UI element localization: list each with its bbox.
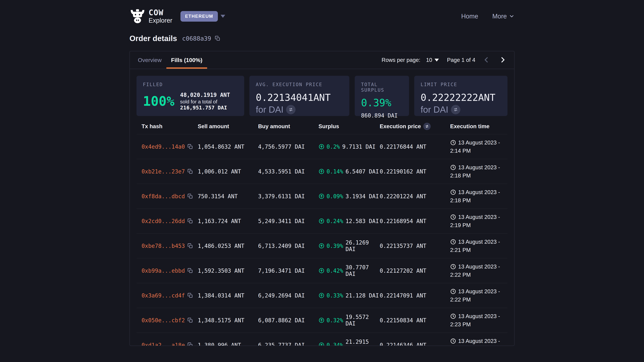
tab-fills[interactable]: Fills (100%) [166, 51, 207, 69]
copy-icon[interactable] [188, 293, 193, 298]
execution-time: 13 August 2023 - 2:21 PM [450, 238, 508, 254]
surplus-amount: 9.7131 DAI [342, 143, 376, 150]
copy-icon[interactable] [188, 194, 193, 199]
col-header-buy-amount: Buy amount [258, 123, 318, 130]
surplus-up-icon [318, 268, 324, 274]
filled-card: FILLED 100% 48,020.1919 ANT sold for a t… [136, 76, 244, 116]
tx-hash-link[interactable]: 0x4ed9...14a0 [142, 143, 185, 150]
buy-amount: 4,533.5951 DAI [258, 168, 318, 175]
surplus-up-icon [318, 218, 324, 224]
avg-execution-price-card: AVG. EXECUTION PRICE 0.22134041ANT for D… [250, 76, 349, 116]
cow-logo-icon [130, 8, 146, 24]
execution-time: 13 August 2023 - 2:23 PM [450, 312, 508, 329]
copy-icon[interactable] [188, 343, 193, 346]
col-header-execution-price: Execution price [380, 123, 421, 130]
surplus-amount: 19.5572 DAI [346, 314, 380, 327]
nav-home-label: Home [461, 13, 478, 20]
pagination: Rows per page: 10 Page 1 of 4 [382, 51, 508, 69]
order-details-header: Order details c0688a39 [130, 34, 514, 43]
tx-hash-link[interactable]: 0xf8da...dbcd [142, 193, 185, 200]
execution-time-text: 13 August 2023 - 2:24 PM [450, 338, 500, 346]
buy-amount: 4,756.5977 DAI [258, 143, 318, 150]
copy-icon[interactable] [188, 318, 193, 323]
copy-icon[interactable] [188, 218, 193, 224]
execution-price: 0.22135737 ANT [380, 243, 450, 249]
surplus-percent: 0.32% [326, 317, 343, 324]
tx-hash-link[interactable]: 0x3a69...cd4f [142, 292, 185, 299]
execution-price: 0.22146346 ANT [380, 342, 450, 346]
copy-icon[interactable] [188, 169, 193, 174]
buy-amount: 6,087.8862 DAI [258, 317, 318, 324]
execution-time: 13 August 2023 - 2:14 PM [450, 138, 508, 155]
rows-per-page-value: 10 [426, 57, 432, 63]
tx-hash-link[interactable]: 0xd1a2...a18e [142, 342, 185, 346]
clock-icon [450, 239, 456, 245]
clock-icon [450, 140, 456, 146]
sell-amount: 1,380.996 ANT [198, 342, 258, 346]
surplus-percent: 0.33% [326, 292, 343, 299]
network-badge[interactable]: ETHEREUM [180, 11, 218, 22]
tx-hash-link[interactable]: 0xb21e...23e7 [142, 168, 185, 175]
execution-time-text: 13 August 2023 - 2:18 PM [450, 164, 500, 179]
execution-price: 0.22150834 ANT [380, 317, 450, 324]
surplus-percent: 0.34% [326, 342, 343, 346]
invert-limit-price-button[interactable] [451, 105, 460, 114]
previous-page-button[interactable] [481, 56, 492, 64]
page-title: Order details [130, 34, 177, 43]
total-surplus-amount: 860.894 DAI [361, 112, 403, 119]
copy-icon[interactable] [188, 144, 193, 149]
execution-time: 13 August 2023 - 2:18 PM [450, 163, 508, 180]
avg-execution-price-value: 0.22134041ANT [256, 92, 343, 103]
execution-price: 0.22147091 ANT [380, 292, 450, 299]
copy-icon[interactable] [215, 36, 220, 41]
rows-per-page-select[interactable]: 10 [426, 57, 439, 63]
cow-explorer-logo[interactable]: COW Explorer [130, 8, 172, 24]
tx-hash-link[interactable]: 0xb99a...ebbd [142, 268, 185, 274]
page-indicator: Page 1 of 4 [447, 57, 475, 63]
copy-icon[interactable] [188, 243, 193, 249]
table-row: 0xbe78...b453 1,486.0253 ANT 6,713.2409 … [136, 234, 508, 258]
tab-bar: Overview Fills (100%) Rows per page: 10 … [130, 51, 514, 69]
surplus-up-icon [318, 317, 324, 323]
tx-hash-link[interactable]: 0x050e...cbf2 [142, 317, 185, 324]
surplus-amount: 26.1269 DAI [346, 239, 380, 252]
buy-amount: 5,249.3411 DAI [258, 218, 318, 224]
tx-hash-link[interactable]: 0x2cd0...26dd [142, 218, 185, 224]
chevron-right-icon [499, 56, 506, 63]
execution-time: 13 August 2023 - 2:19 PM [450, 213, 508, 229]
buy-amount: 6,249.2694 DAI [258, 292, 318, 299]
table-row: 0xf8da...dbcd 750.3154 ANT 3,379.6131 DA… [136, 184, 508, 209]
filled-percent: 100% [143, 94, 174, 109]
logo-title: COW [148, 8, 172, 16]
invert-price-button[interactable] [286, 105, 296, 114]
avg-execution-price-unit: for DAI [256, 104, 284, 115]
buy-amount: 6,713.2409 DAI [258, 243, 318, 249]
table-row: 0x050e...cbf2 1,348.5175 ANT 6,087.8862 … [136, 308, 508, 333]
execution-price: 0.22190162 ANT [380, 168, 450, 175]
order-id: c0688a39 [182, 35, 211, 42]
filled-sold-total: sold for a total of 216,951.757 DAI [180, 99, 238, 111]
tab-overview[interactable]: Overview [133, 51, 166, 69]
sell-amount: 1,486.0253 ANT [198, 243, 258, 249]
tx-hash-link[interactable]: 0xbe78...b453 [142, 243, 185, 249]
sell-amount: 1,006.012 ANT [198, 168, 258, 175]
network-caret-down-icon[interactable] [220, 15, 225, 18]
surplus-up-icon [318, 168, 324, 174]
surplus-amount: 30.7707 DAI [346, 264, 380, 277]
invert-execution-price-button[interactable] [423, 123, 431, 130]
copy-icon[interactable] [188, 268, 193, 273]
limit-price-unit: for DAI [420, 104, 448, 115]
execution-time: 13 August 2023 - 2:22 PM [450, 263, 508, 279]
execution-time: 13 August 2023 - 2:24 PM [450, 337, 508, 346]
limit-price-value: 0.22222222ANT [420, 92, 501, 103]
swap-icon [425, 124, 429, 129]
nav-more[interactable]: More [492, 13, 514, 20]
sell-amount: 1,054.8632 ANT [198, 143, 258, 150]
rows-per-page-label: Rows per page: [382, 57, 420, 63]
next-page-button[interactable] [498, 56, 508, 64]
surplus-up-icon [318, 144, 324, 150]
nav-home[interactable]: Home [461, 13, 478, 20]
filled-amount: 48,020.1919 ANT [180, 92, 238, 98]
table-header-row: Tx hash Sell amount Buy amount Surplus E… [136, 119, 508, 134]
clock-icon [450, 214, 456, 220]
